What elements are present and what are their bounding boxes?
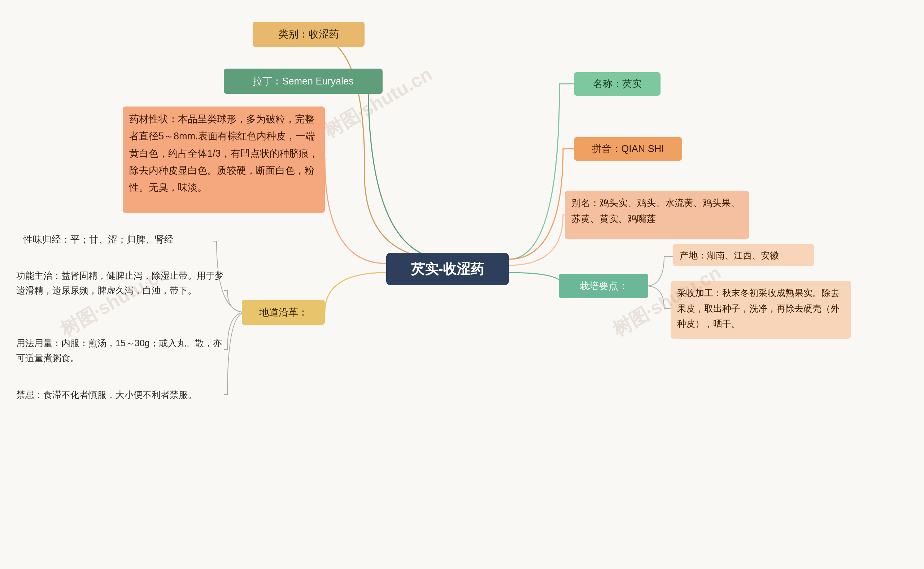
jinji-node: 禁忌：食滞不化者慎服，大小便不利者禁服。 — [16, 385, 229, 408]
biename-node: 别名：鸡头实、鸡头、水流黄、鸡头果、苏黄、黄实、鸡嘴莲 — [565, 191, 749, 239]
yongfa-node: 用法用量：内服：煎汤，15～30g；或入丸、散，亦可适量煮粥食。 — [16, 333, 229, 371]
xingwei-node: 性味归经：平；甘、涩；归脾、肾经 — [23, 229, 226, 253]
caishuo-node: 采收加工：秋末冬初采收成熟果实。除去果皮，取出种子，洗净，再除去硬壳（外种皮），… — [671, 281, 851, 339]
pinyin-node: 拼音：QIAN SHI — [574, 137, 682, 161]
center-node: 芡实-收涩药 — [386, 253, 509, 285]
daodao-node: 地道沿革： — [242, 300, 325, 325]
category-node: 类别：收涩药 — [253, 22, 365, 47]
mingcheng-node: 名称：芡实 — [574, 72, 661, 96]
chandi-node: 产地：湖南、江西、安徽 — [673, 244, 814, 266]
gongneng-node: 功能主治：益肾固精，健脾止泻，除湿止带。用于梦遗滑精，遗尿尿频，脾虚久泻，白浊，… — [16, 265, 229, 316]
latin-node: 拉丁：Semen Euryales — [224, 68, 383, 94]
zaipei-node: 栽培要点： — [559, 274, 648, 298]
mindmap-container: 树图·shutu.cn 树图·shutu.cn 树图·shutu.cn 芡实- — [0, 0, 924, 569]
properties-node: 药材性状：本品呈类球形，多为破粒，完整者直径5～8mm.表面有棕红色内种皮，一端… — [123, 106, 325, 213]
